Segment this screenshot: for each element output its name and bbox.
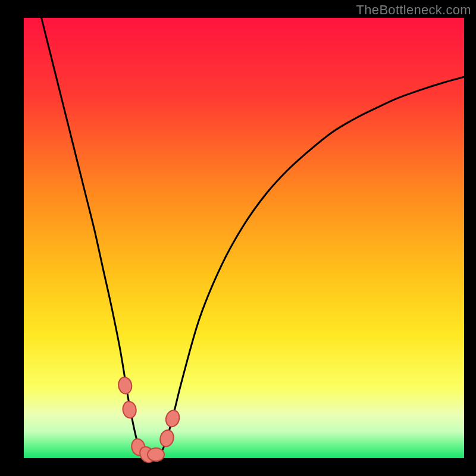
chart-stage: TheBottleneck.com xyxy=(0,0,476,476)
watermark-text: TheBottleneck.com xyxy=(356,2,471,18)
chart-canvas xyxy=(0,0,476,476)
curve-marker xyxy=(148,448,164,461)
gradient-background xyxy=(24,18,464,458)
